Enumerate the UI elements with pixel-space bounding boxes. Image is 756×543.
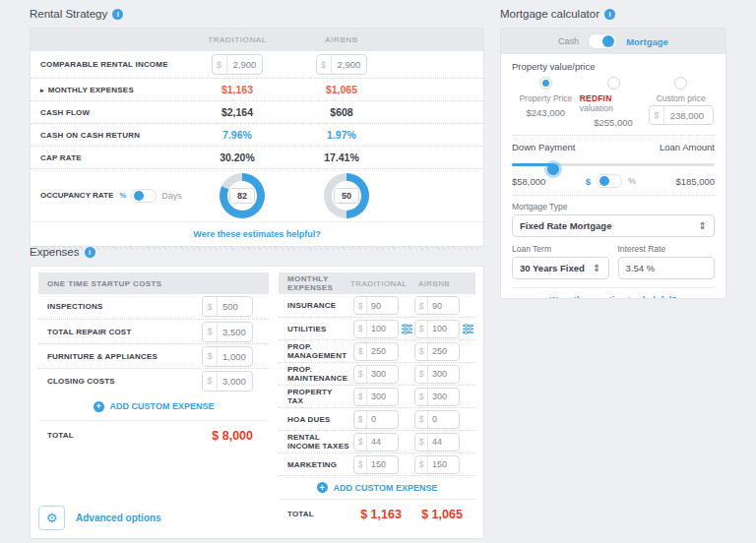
radio-redfin-valuation[interactable] xyxy=(607,77,620,90)
row-label-marketing: MARKETING xyxy=(287,460,353,469)
rental-income-traditional-input[interactable]: $ 2,900 xyxy=(212,54,264,75)
table-row: HOA DUES $0 $0 xyxy=(279,407,475,430)
interest-rate-group: Interest Rate 3.54 % xyxy=(618,244,716,279)
occupancy-unit-toggle[interactable] xyxy=(131,189,157,203)
unit-percent[interactable]: % xyxy=(628,176,636,186)
repair-cost-input[interactable]: $ 3,500 xyxy=(202,322,253,342)
management-traditional-input[interactable]: $250 xyxy=(353,342,399,361)
rental-footer: Were these estimates helpful? xyxy=(31,221,483,246)
expenses-title-text: Expenses xyxy=(30,246,80,258)
advanced-options-link[interactable]: Advanced options xyxy=(76,513,161,523)
radio-custom-price[interactable] xyxy=(674,77,687,90)
occupancy-traditional-input[interactable]: 82 xyxy=(229,188,255,204)
loan-term-label: Loan Term xyxy=(512,244,609,254)
cash-on-cash-traditional-value[interactable]: 7.96% xyxy=(188,129,286,141)
radio-property-price[interactable] xyxy=(539,77,552,90)
sliders-icon[interactable] xyxy=(460,324,475,334)
monthly-total-traditional: $ 1,163 xyxy=(350,508,411,521)
select-arrows-icon: ⇕ xyxy=(699,220,707,231)
monthly-expenses-column: MONTHLY EXPENSES TRADITIONAL AIRBNB INSU… xyxy=(279,272,475,532)
custom-price-input[interactable]: $ 238,000 xyxy=(649,105,714,125)
marketing-traditional-input[interactable]: $150 xyxy=(353,455,399,474)
info-icon[interactable]: i xyxy=(112,9,123,20)
property-tax-traditional-input[interactable]: $300 xyxy=(353,388,399,406)
sliders-icon[interactable] xyxy=(399,324,414,334)
marketing-airbnb-input[interactable]: $150 xyxy=(414,455,460,474)
unit-dollar[interactable]: $ xyxy=(586,176,591,187)
interest-rate-label: Interest Rate xyxy=(618,244,716,254)
maintenance-traditional-input[interactable]: $300 xyxy=(353,365,399,384)
table-row: ▸MONTHLY EXPENSES $1,163 $1,065 xyxy=(31,78,483,100)
monthly-total-row: TOTAL $ 1,163 $ 1,065 xyxy=(279,499,475,528)
rental-taxes-airbnb-input[interactable]: $44 xyxy=(414,433,460,452)
management-airbnb-input[interactable]: $250 xyxy=(414,342,460,361)
occupancy-donut-traditional: 82 xyxy=(220,173,265,218)
advanced-options-row: ⚙ Advanced options xyxy=(38,503,269,532)
mortgage-type-select[interactable]: Fixed Rate Mortgage ⇕ xyxy=(512,214,715,237)
add-custom-expense-startup[interactable]: + ADD CUSTOM EXPENSE xyxy=(38,392,269,420)
loan-amount-value: $185,000 xyxy=(675,176,715,187)
occupancy-unit-days[interactable]: Days xyxy=(161,191,182,201)
table-row: INSPECTIONS $ 500 xyxy=(38,294,269,319)
payment-mode-bar: Cash Mortgage xyxy=(501,29,725,54)
table-row: CLOSING COSTS $ 3,000 xyxy=(38,368,269,392)
inspections-input[interactable]: $ 500 xyxy=(202,296,253,317)
redfin-valuation-value: $255,000 xyxy=(594,117,633,128)
rental-taxes-traditional-input[interactable]: $44 xyxy=(353,433,399,452)
rental-table-header: TRADITIONAL AIRBNB xyxy=(31,29,483,51)
cap-rate-traditional-value: 30.20% xyxy=(188,151,286,163)
estimates-helpful-link[interactable]: Were these estimates helpful? xyxy=(549,295,676,299)
row-label-inspections: INSPECTIONS xyxy=(47,302,202,311)
currency-symbol: $ xyxy=(317,55,332,74)
row-label-comparable-rental-income: COMPARABLE RENTAL INCOME xyxy=(40,60,188,69)
mode-cash-label[interactable]: Cash xyxy=(558,36,579,46)
plus-icon: + xyxy=(94,401,104,412)
table-row: PROP. MAINTENANCE $300 $300 xyxy=(279,362,475,385)
occupancy-airbnb-input[interactable]: 50 xyxy=(334,188,359,204)
loan-term-select[interactable]: 30 Years Fixed ⇕ xyxy=(512,257,609,279)
loan-amount-label: Loan Amount xyxy=(660,142,715,152)
currency-symbol: $ xyxy=(203,297,218,316)
add-custom-expense-monthly[interactable]: + ADD CUSTOM EXPENSE xyxy=(279,475,475,499)
occupancy-unit-percent[interactable]: % xyxy=(119,191,126,200)
cash-on-cash-airbnb-value[interactable]: 1.97% xyxy=(286,129,397,141)
row-label-furniture-appliances: FURNITURE & APPLIANCES xyxy=(47,352,202,361)
startup-total-value: $ 8,000 xyxy=(212,429,253,443)
rental-strategy-title-text: Rental Strategy xyxy=(30,8,107,20)
expenses-card: ONE TIME STARTUP COSTS INSPECTIONS $ 500… xyxy=(30,266,484,539)
cap-rate-airbnb-value: 17.41% xyxy=(286,151,397,163)
interest-rate-input[interactable]: 3.54 % xyxy=(618,257,716,279)
rental-strategy-card: TRADITIONAL AIRBNB COMPARABLE RENTAL INC… xyxy=(30,28,484,247)
down-payment-unit-toggle[interactable] xyxy=(597,174,622,188)
insurance-airbnb-input[interactable]: $90 xyxy=(414,296,460,315)
utilities-traditional-input[interactable]: $100 xyxy=(353,320,399,338)
table-row: TOTAL REPAIR COST $ 3,500 xyxy=(38,319,269,343)
down-payment-slider[interactable] xyxy=(512,158,715,170)
maintenance-airbnb-input[interactable]: $300 xyxy=(414,365,460,384)
hoa-airbnb-input[interactable]: $0 xyxy=(414,410,460,429)
info-icon[interactable]: i xyxy=(85,247,95,258)
select-arrows-icon: ⇕ xyxy=(593,263,600,273)
table-row: INSURANCE $90 $90 xyxy=(279,294,475,317)
row-label-monthly-expenses[interactable]: ▸MONTHLY EXPENSES xyxy=(40,86,188,94)
closing-costs-input[interactable]: $ 3,000 xyxy=(202,371,253,392)
rental-income-airbnb-input[interactable]: $ 2,900 xyxy=(316,54,368,75)
monthly-expenses-header: MONTHLY EXPENSES TRADITIONAL AIRBNB xyxy=(279,272,475,294)
cash-flow-airbnb-value: $608 xyxy=(286,106,397,118)
mode-mortgage-label[interactable]: Mortgage xyxy=(626,36,668,47)
info-icon[interactable]: i xyxy=(604,9,615,20)
gear-icon: ⚙ xyxy=(46,511,58,525)
insurance-traditional-input[interactable]: $90 xyxy=(353,296,399,315)
caret-icon: ▸ xyxy=(40,87,44,93)
property-price-options: Property Price $243,000 REDFIN valuation… xyxy=(512,77,715,128)
advanced-options-button[interactable]: ⚙ xyxy=(38,506,65,530)
property-tax-airbnb-input[interactable]: $300 xyxy=(414,388,460,406)
hoa-traditional-input[interactable]: $0 xyxy=(353,410,399,429)
utilities-airbnb-input[interactable]: $100 xyxy=(414,320,460,338)
payment-mode-toggle[interactable] xyxy=(588,33,617,49)
column-header-traditional: TRADITIONAL xyxy=(188,35,286,44)
startup-total-label: TOTAL xyxy=(47,431,212,440)
table-row: FURNITURE & APPLIANCES $ 1,000 xyxy=(38,343,269,368)
estimates-helpful-link[interactable]: Were these estimates helpful? xyxy=(193,229,320,239)
furniture-appliances-input[interactable]: $ 1,000 xyxy=(202,346,253,367)
